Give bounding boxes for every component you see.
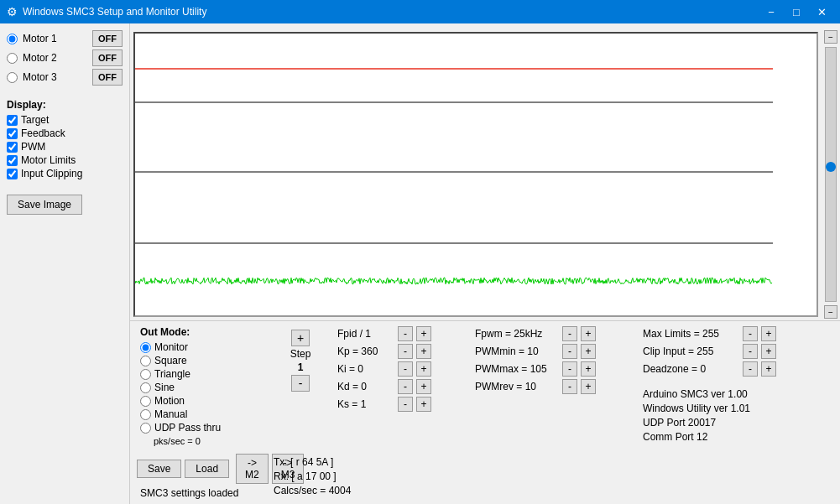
save-image-button[interactable]: Save Image — [7, 195, 82, 215]
feedback-label: Feedback — [21, 127, 65, 139]
triangle-label: Triangle — [154, 368, 190, 380]
tx-label: Tx: [ r 64 5A ] — [274, 456, 464, 468]
motor-2-label: Motor 2 — [23, 52, 87, 64]
app-title: Windows SMC3 Setup and Monitor Utility — [23, 6, 206, 18]
deadzone-row: Deadzone = 0 - + — [643, 361, 804, 377]
input-clipping-checkbox[interactable] — [7, 169, 18, 179]
chart-area — [130, 29, 822, 320]
monitor-radio-row: Monitor — [140, 341, 263, 353]
pwmmin-row: PWMmin = 10 - + — [475, 344, 636, 359]
ki-row: Ki = 0 - + — [337, 361, 468, 377]
out-mode-panel: Out Mode: Monitor Square Triangle — [137, 326, 267, 447]
pwmmin-minus-button[interactable]: - — [562, 344, 577, 359]
fpid-plus-button[interactable]: + — [416, 326, 431, 341]
manual-label: Manual — [154, 408, 187, 420]
maximize-button[interactable]: □ — [785, 3, 808, 20]
windows-ver-row: Windows Utility ver 1.01 — [643, 403, 804, 414]
status-text: SMC3 settings loaded — [140, 487, 267, 499]
kd-plus-button[interactable]: + — [416, 379, 431, 394]
motor-3-off-btn[interactable]: OFF — [92, 69, 123, 86]
motor-2-radio[interactable] — [7, 53, 18, 64]
motor-2-off-btn[interactable]: OFF — [92, 49, 123, 66]
monitor-radio[interactable] — [140, 342, 151, 353]
kp-plus-button[interactable]: + — [416, 344, 431, 359]
clipinput-plus-button[interactable]: + — [761, 344, 776, 359]
udp-radio[interactable] — [140, 423, 151, 434]
save-button[interactable]: Save — [137, 460, 181, 478]
monitor-label: Monitor — [154, 341, 188, 353]
kp-row: Kp = 360 - + — [337, 344, 468, 359]
scroll-up-button[interactable]: − — [824, 30, 837, 44]
pwm-panel: Fpwm = 25kHz - + PWMmin = 10 - + PWMmax … — [468, 326, 636, 394]
bottom-section: Out Mode: Monitor Square Triangle — [130, 320, 840, 504]
motor-1-row: Motor 1 OFF — [7, 30, 123, 47]
motor-section: Motor 1 OFF Motor 2 OFF Motor 3 OFF — [7, 30, 123, 86]
load-button[interactable]: Load — [185, 460, 229, 478]
kd-minus-button[interactable]: - — [398, 379, 413, 394]
maxlimits-label: Max Limits = 255 — [643, 328, 739, 340]
motor-1-off-btn[interactable]: OFF — [92, 30, 123, 47]
pwmmin-plus-button[interactable]: + — [581, 344, 596, 359]
ki-minus-button[interactable]: - — [398, 361, 413, 377]
main-container: Motor 1 OFF Motor 2 OFF Motor 3 OFF Disp… — [0, 23, 840, 504]
triangle-radio-row: Triangle — [140, 368, 263, 380]
manual-radio[interactable] — [140, 409, 151, 420]
fpwm-plus-button[interactable]: + — [581, 326, 596, 341]
motion-radio-row: Motion — [140, 395, 263, 407]
deadzone-minus-button[interactable]: - — [743, 361, 758, 377]
square-radio[interactable] — [140, 356, 151, 366]
sine-radio[interactable] — [140, 382, 151, 393]
fpwm-row: Fpwm = 25kHz - + — [475, 326, 636, 341]
input-clipping-checkbox-row: Input Clipping — [7, 168, 123, 179]
pwmmax-plus-button[interactable]: + — [581, 361, 596, 377]
close-button[interactable]: ✕ — [810, 3, 833, 20]
motor-1-radio[interactable] — [7, 34, 18, 44]
arduino-ver-label: Arduino SMC3 ver 1.00 — [643, 388, 748, 400]
triangle-radio[interactable] — [140, 369, 151, 380]
fpwm-minus-button[interactable]: - — [562, 326, 577, 341]
rx-label: Rx: [ a 17 00 ] — [274, 470, 464, 482]
motor-3-radio[interactable] — [7, 72, 18, 83]
kp-minus-button[interactable]: - — [398, 344, 413, 359]
target-checkbox[interactable] — [7, 115, 18, 126]
step-minus-button[interactable]: - — [291, 375, 310, 392]
udp-port-label: UDP Port 20017 — [643, 417, 716, 429]
motor-1-label: Motor 1 — [23, 33, 87, 44]
clipinput-minus-button[interactable]: - — [743, 344, 758, 359]
ki-label: Ki = 0 — [337, 363, 394, 375]
pwmmax-minus-button[interactable]: - — [562, 361, 577, 377]
step-plus-button[interactable]: + — [291, 330, 310, 346]
fpid-row: Fpid / 1 - + — [337, 326, 468, 341]
step-value: 1 — [298, 361, 304, 373]
kp-label: Kp = 360 — [337, 346, 394, 357]
target-checkbox-row: Target — [7, 114, 123, 126]
fpid-minus-button[interactable]: - — [398, 326, 413, 341]
motor-limits-checkbox[interactable] — [7, 155, 18, 166]
pwm-checkbox[interactable] — [7, 142, 18, 153]
m2-button[interactable]: -> M2 — [236, 454, 269, 484]
scroll-down-button[interactable]: − — [824, 305, 837, 319]
motion-radio[interactable] — [140, 396, 151, 407]
pwmrev-minus-button[interactable]: - — [562, 379, 577, 394]
square-label: Square — [154, 355, 187, 366]
udp-radio-row: UDP Pass thru — [140, 422, 263, 434]
deadzone-label: Deadzone = 0 — [643, 363, 739, 375]
minimize-button[interactable]: − — [759, 3, 783, 20]
ks-plus-button[interactable]: + — [416, 397, 431, 412]
ki-plus-button[interactable]: + — [416, 361, 431, 377]
deadzone-plus-button[interactable]: + — [761, 361, 776, 377]
ks-minus-button[interactable]: - — [398, 397, 413, 412]
scrollbar-track[interactable] — [825, 47, 837, 302]
ks-label: Ks = 1 — [337, 398, 394, 410]
feedback-checkbox[interactable] — [7, 128, 18, 139]
pwmrev-plus-button[interactable]: + — [581, 379, 596, 394]
pks-sec-label: pks/sec = 0 — [154, 436, 201, 446]
maxlimits-plus-button[interactable]: + — [761, 326, 776, 341]
maxlimits-minus-button[interactable]: - — [743, 326, 758, 341]
scrollbar-thumb — [826, 162, 836, 172]
ks-row: Ks = 1 - + — [337, 397, 468, 412]
pwm-checkbox-row: PWM — [7, 141, 123, 153]
app-icon: ⚙ — [7, 5, 18, 18]
clipinput-label: Clip Input = 255 — [643, 346, 739, 357]
fpwm-label: Fpwm = 25kHz — [475, 328, 559, 340]
